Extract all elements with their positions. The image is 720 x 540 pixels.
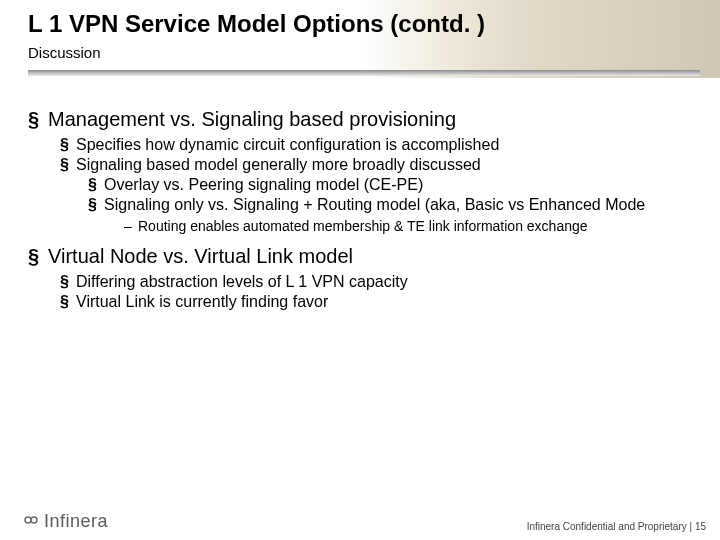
bullet-level1: § Virtual Node vs. Virtual Link model: [28, 245, 696, 268]
bullet-level2: § Differing abstraction levels of L 1 VP…: [60, 272, 696, 292]
bullet-dash-icon: –: [124, 217, 138, 235]
page-number: 15: [695, 521, 706, 532]
slide-body: § Management vs. Signaling based provisi…: [28, 108, 696, 312]
slide-footer: Infinera Infinera Confidential and Propr…: [20, 511, 706, 532]
bullet-text: Differing abstraction levels of L 1 VPN …: [76, 272, 408, 292]
bullet-level3: § Overlay vs. Peering signaling model (C…: [88, 175, 696, 195]
bullet-square-icon: §: [60, 135, 76, 155]
infinity-icon: [20, 513, 42, 531]
bullet-level2: § Specifies how dynamic circuit configur…: [60, 135, 696, 155]
slide: L 1 VPN Service Model Options (contd. ) …: [0, 0, 720, 540]
bullet-text: Routing enables automated membership & T…: [138, 217, 588, 235]
slide-title: L 1 VPN Service Model Options (contd. ): [28, 10, 485, 38]
bullet-level1: § Management vs. Signaling based provisi…: [28, 108, 696, 131]
footer-sep: |: [687, 521, 695, 532]
bullet-text: Virtual Node vs. Virtual Link model: [48, 245, 353, 268]
bullet-square-icon: §: [60, 272, 76, 292]
bullet-text: Management vs. Signaling based provision…: [48, 108, 456, 131]
bullet-level2: § Virtual Link is currently finding favo…: [60, 292, 696, 312]
bullet-text: Overlay vs. Peering signaling model (CE-…: [104, 175, 423, 195]
bullet-level2: § Signaling based model generally more b…: [60, 155, 696, 175]
bullet-square-icon: §: [60, 155, 76, 175]
bullet-square-icon: §: [28, 245, 48, 268]
bullet-square-icon: §: [28, 108, 48, 131]
bullet-level4: – Routing enables automated membership &…: [124, 217, 696, 235]
brand-logo: Infinera: [20, 511, 108, 532]
brand-name: Infinera: [44, 511, 108, 532]
bullet-square-icon: §: [60, 292, 76, 312]
footer-text: Infinera Confidential and Proprietary | …: [527, 521, 706, 532]
bullet-text: Virtual Link is currently finding favor: [76, 292, 328, 312]
bullet-text: Signaling based model generally more bro…: [76, 155, 481, 175]
header-divider: [28, 70, 700, 76]
spacer: [28, 235, 696, 245]
bullet-level3: § Signaling only vs. Signaling + Routing…: [88, 195, 696, 215]
bullet-square-icon: §: [88, 175, 104, 195]
slide-subtitle: Discussion: [28, 44, 101, 61]
bullet-square-icon: §: [88, 195, 104, 215]
bullet-text: Specifies how dynamic circuit configurat…: [76, 135, 499, 155]
confidential-label: Infinera Confidential and Proprietary: [527, 521, 687, 532]
bullet-text: Signaling only vs. Signaling + Routing m…: [104, 195, 645, 215]
